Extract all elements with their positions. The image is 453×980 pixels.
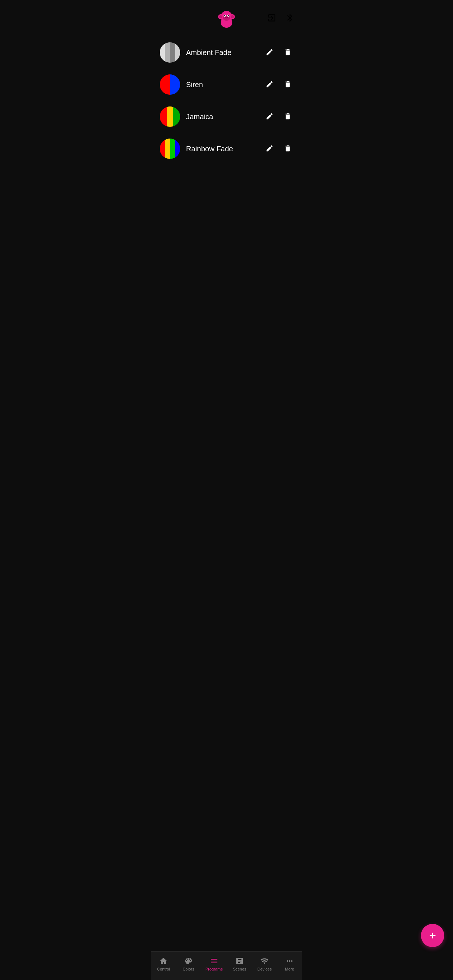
header [151, 0, 302, 33]
nav-scenes[interactable]: Scenes [229, 955, 250, 973]
trash-icon [284, 112, 292, 120]
scenes-icon [235, 957, 244, 966]
bluetooth-button[interactable] [284, 12, 296, 25]
edit-rainbow-button[interactable] [264, 143, 275, 155]
edit-siren-button[interactable] [264, 79, 275, 91]
program-list: Ambient Fade Siren [151, 33, 302, 980]
edit-ambient-button[interactable] [264, 47, 275, 59]
program-name-ambient: Ambient Fade [186, 48, 258, 57]
login-button[interactable] [266, 12, 278, 25]
svg-point-13 [227, 17, 228, 18]
svg-point-3 [219, 15, 222, 18]
programs-icon [210, 957, 219, 966]
home-icon [159, 957, 168, 966]
program-color-siren [160, 75, 180, 95]
bluetooth-icon [285, 13, 295, 22]
program-color-jamaica [160, 107, 180, 127]
nav-colors[interactable]: Colors [178, 955, 199, 973]
trash-icon [284, 145, 292, 153]
more-icon [285, 957, 294, 966]
program-actions-rainbow [264, 143, 293, 155]
program-actions-jamaica [264, 111, 293, 123]
svg-point-12 [225, 17, 226, 18]
edit-icon [266, 112, 274, 120]
header-actions [266, 12, 296, 25]
nav-colors-label: Colors [183, 967, 195, 971]
list-item: Rainbow Fade [157, 133, 296, 165]
nav-control-label: Control [157, 967, 170, 971]
delete-siren-button[interactable] [282, 79, 293, 91]
program-name-jamaica: Jamaica [186, 113, 258, 121]
list-item: Ambient Fade [157, 37, 296, 68]
delete-rainbow-button[interactable] [282, 143, 293, 155]
nav-scenes-label: Scenes [233, 967, 247, 971]
edit-icon [266, 48, 274, 56]
edit-jamaica-button[interactable] [264, 111, 275, 123]
nav-more[interactable]: More [279, 955, 301, 973]
monkey-logo [215, 7, 238, 29]
nav-control[interactable]: Control [152, 955, 174, 973]
edit-icon [266, 145, 274, 153]
list-item: Siren [157, 68, 296, 100]
nav-programs-label: Programs [205, 967, 223, 971]
program-color-ambient [160, 42, 180, 63]
edit-icon [266, 80, 274, 88]
program-color-rainbow [160, 138, 180, 159]
trash-icon [284, 48, 292, 56]
program-actions-siren [264, 79, 293, 91]
login-icon [267, 13, 276, 22]
devices-icon [260, 957, 269, 966]
bottom-nav: Control Colors Programs Scenes Devices M… [151, 951, 302, 980]
program-name-rainbow: Rainbow Fade [186, 145, 258, 153]
trash-icon [284, 80, 292, 88]
svg-point-10 [228, 15, 229, 16]
program-actions-ambient [264, 47, 293, 59]
program-name-siren: Siren [186, 81, 258, 89]
list-item: Jamaica [157, 100, 296, 133]
delete-ambient-button[interactable] [282, 47, 293, 59]
nav-programs[interactable]: Programs [203, 955, 226, 973]
nav-more-label: More [285, 967, 294, 971]
nav-devices-label: Devices [257, 967, 272, 971]
nav-devices[interactable]: Devices [254, 955, 275, 973]
palette-icon [184, 957, 193, 966]
svg-point-9 [224, 15, 225, 16]
svg-point-5 [231, 15, 234, 18]
delete-jamaica-button[interactable] [282, 111, 293, 123]
